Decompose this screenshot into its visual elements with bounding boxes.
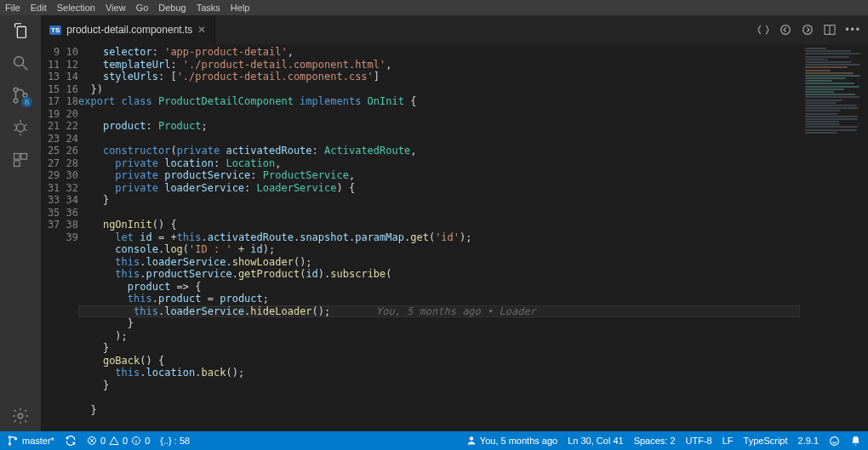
svg-rect-13: [21, 154, 27, 160]
git-branch[interactable]: master*: [7, 435, 54, 447]
editor-tabs: TS product-detail.component.ts ✕ •••: [41, 15, 868, 44]
code-area[interactable]: 9 10 11 12 13 14 15 16 17 18 19 20 21 22…: [41, 44, 868, 431]
feedback-icon[interactable]: [829, 436, 840, 447]
svg-line-11: [25, 124, 27, 126]
svg-point-30: [831, 436, 839, 445]
nav-back-icon[interactable]: [779, 23, 792, 37]
menu-item-view[interactable]: View: [106, 3, 126, 13]
svg-point-2: [14, 88, 18, 92]
ts-file-icon: TS: [49, 26, 61, 35]
eol[interactable]: LF: [722, 436, 734, 446]
svg-point-20: [9, 436, 10, 438]
svg-line-8: [14, 124, 17, 126]
gitlens-inline-blame: You, 5 months ago • Loader: [351, 305, 536, 318]
svg-line-1: [23, 66, 28, 71]
menu-item-debug[interactable]: Debug: [158, 3, 186, 13]
status-bar: master* 0 0 0 {..} : 58 You, 5 months ag…: [0, 431, 868, 450]
scm-badge: 8: [21, 97, 32, 107]
workbench: 8 TS product-detail.component.ts ✕: [0, 15, 868, 431]
close-icon[interactable]: ✕: [197, 24, 206, 36]
source-control-icon[interactable]: 8: [10, 85, 31, 105]
sync-icon[interactable]: [65, 435, 77, 447]
extensions-icon[interactable]: [10, 150, 31, 170]
svg-point-3: [14, 99, 18, 103]
tab-title: product-detail.component.ts: [66, 24, 192, 36]
menu-item-edit[interactable]: Edit: [31, 3, 47, 13]
nav-forward-icon[interactable]: [801, 23, 814, 37]
language-mode[interactable]: TypeScript: [744, 436, 788, 446]
gitlens-blame[interactable]: You, 5 months ago: [466, 436, 557, 446]
split-editor-icon[interactable]: [823, 23, 837, 37]
editor-area: TS product-detail.component.ts ✕ ••• 9 1…: [41, 15, 868, 431]
tab-product-detail[interactable]: TS product-detail.component.ts ✕: [41, 15, 215, 44]
encoding[interactable]: UTF-8: [686, 436, 712, 446]
minimap[interactable]: [800, 44, 868, 431]
line-number-gutter: 9 10 11 12 13 14 15 16 17 18 19 20 21 22…: [41, 44, 78, 431]
svg-point-29: [470, 437, 473, 441]
indentation[interactable]: Spaces: 2: [634, 436, 676, 446]
svg-rect-12: [14, 154, 20, 160]
notifications-icon[interactable]: [850, 436, 861, 447]
problems[interactable]: 0 0 0: [87, 436, 150, 446]
menu-item-selection[interactable]: Selection: [57, 3, 95, 13]
svg-point-15: [18, 413, 23, 419]
debug-icon[interactable]: [10, 117, 31, 138]
svg-line-10: [14, 129, 17, 131]
svg-line-9: [25, 129, 27, 131]
cursor-position[interactable]: Ln 30, Col 41: [568, 436, 623, 446]
compare-icon[interactable]: [757, 23, 770, 37]
activity-bar: 8: [0, 15, 41, 431]
svg-rect-14: [14, 161, 20, 167]
svg-point-0: [14, 57, 24, 66]
tab-actions: •••: [757, 15, 868, 44]
more-icon[interactable]: •••: [845, 24, 861, 36]
ts-version[interactable]: 2.9.1: [798, 436, 819, 446]
menu-bar: FileEditSelectionViewGoDebugTasksHelp: [0, 0, 868, 15]
menu-item-help[interactable]: Help: [231, 3, 250, 13]
svg-point-5: [16, 123, 24, 131]
explorer-icon[interactable]: [10, 20, 31, 41]
code-content[interactable]: selector: 'app-product-detail', template…: [78, 44, 800, 431]
search-icon[interactable]: [10, 53, 31, 73]
svg-point-21: [9, 443, 10, 445]
menu-item-file[interactable]: File: [5, 3, 20, 13]
menu-item-tasks[interactable]: Tasks: [197, 3, 220, 13]
svg-point-16: [781, 26, 791, 35]
status-port[interactable]: {..} : 58: [160, 436, 190, 446]
svg-point-17: [803, 26, 813, 35]
menu-item-go[interactable]: Go: [136, 3, 149, 13]
settings-gear-icon[interactable]: [10, 406, 31, 426]
